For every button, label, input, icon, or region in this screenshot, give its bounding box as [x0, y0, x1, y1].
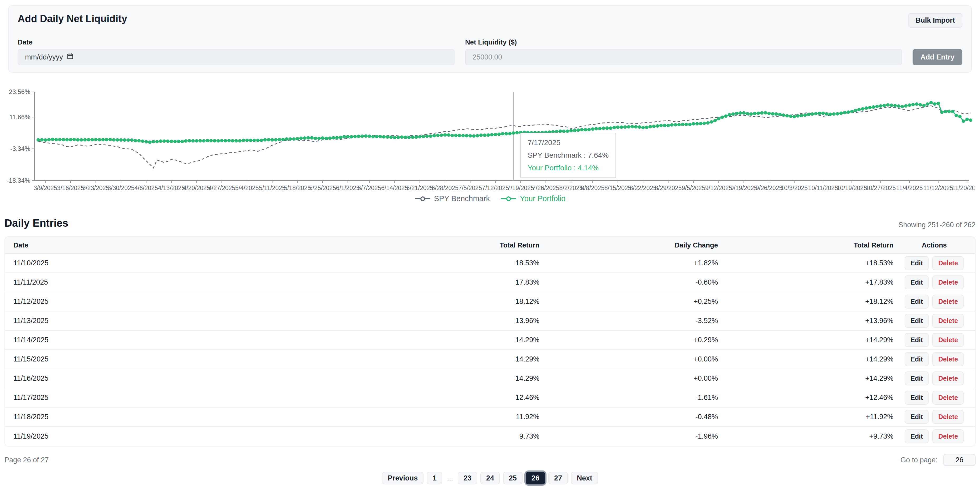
portfolio-point	[490, 133, 493, 137]
portfolio-point	[487, 133, 490, 137]
portfolio-point	[281, 138, 285, 141]
goto-page-label: Go to page:	[900, 456, 938, 464]
portfolio-point	[350, 135, 353, 138]
portfolio-point	[645, 125, 648, 129]
delete-button[interactable]: Delete	[932, 275, 964, 289]
edit-button[interactable]: Edit	[905, 295, 929, 308]
edit-button[interactable]: Edit	[905, 256, 929, 270]
date-input[interactable]: mm/dd/yyyy	[18, 49, 455, 65]
portfolio-point	[865, 106, 868, 110]
table-row: 11/14/202514.29%+0.29%+14.29%EditDelete	[5, 331, 975, 350]
delete-button[interactable]: Delete	[932, 391, 964, 405]
portfolio-point	[285, 137, 288, 141]
chart-canvas[interactable]: 23.56%11.66%-3.34%-18.34%3/9/20253/16/20…	[5, 86, 974, 192]
portfolio-point	[206, 139, 209, 142]
liquidity-input[interactable]	[465, 49, 902, 65]
edit-button[interactable]: Edit	[905, 391, 929, 405]
x-tick-label: 6/28/2025	[432, 184, 458, 191]
delete-button[interactable]: Delete	[932, 372, 964, 386]
portfolio-point	[231, 139, 234, 143]
previous-page-button[interactable]: Previous	[382, 472, 423, 484]
portfolio-point	[407, 136, 411, 139]
portfolio-point	[202, 139, 205, 143]
portfolio-point	[216, 139, 220, 143]
page-button-1[interactable]: 1	[427, 472, 442, 484]
portfolio-point	[137, 139, 141, 143]
x-tick-label: 3/9/2025	[34, 184, 57, 191]
cell-total-return-2: +12.46%	[718, 388, 894, 408]
cell-total-return: 11.92%	[349, 408, 539, 427]
portfolio-point	[422, 135, 425, 138]
delete-button[interactable]: Delete	[932, 352, 964, 366]
x-tick-label: 11/4/2025	[896, 184, 923, 191]
delete-button[interactable]: Delete	[932, 333, 964, 347]
cell-date: 11/11/2025	[5, 273, 349, 292]
portfolio-point	[148, 141, 151, 144]
delete-button[interactable]: Delete	[932, 256, 964, 270]
delete-button[interactable]: Delete	[932, 295, 964, 308]
page-button-25[interactable]: 25	[503, 472, 522, 484]
portfolio-point	[69, 138, 72, 141]
x-tick-label: 10/11/2025	[808, 184, 838, 191]
portfolio-point	[368, 135, 371, 138]
next-page-button[interactable]: Next	[571, 472, 598, 484]
portfolio-point	[371, 135, 375, 138]
portfolio-point	[955, 114, 958, 117]
portfolio-point	[598, 127, 601, 130]
x-tick-label: 9/26/2025	[756, 184, 783, 191]
edit-button[interactable]: Edit	[905, 275, 929, 289]
page-button-24[interactable]: 24	[480, 472, 500, 484]
chart-legend: SPY BenchmarkYour Portfolio	[0, 194, 980, 203]
portfolio-point	[605, 126, 609, 130]
portfolio-point	[461, 134, 465, 137]
portfolio-point	[159, 140, 162, 143]
cell-total-return-2: +14.29%	[718, 350, 894, 369]
portfolio-point	[433, 134, 436, 137]
portfolio-point	[400, 135, 404, 139]
portfolio-point	[566, 130, 569, 133]
portfolio-point	[465, 134, 468, 137]
portfolio-point	[900, 105, 904, 108]
portfolio-point	[612, 126, 616, 129]
edit-button[interactable]: Edit	[905, 314, 929, 328]
page-button-26[interactable]: 26	[526, 472, 545, 484]
table-row: 11/11/202517.83%-0.60%+17.83%EditDelete	[5, 273, 975, 292]
portfolio-point	[256, 139, 259, 142]
portfolio-point	[735, 112, 738, 115]
edit-button[interactable]: Edit	[905, 410, 929, 424]
page-button-27[interactable]: 27	[548, 472, 568, 484]
x-tick-label: 3/30/2025	[107, 184, 134, 191]
column-header-total-return: Total Return	[349, 237, 539, 254]
edit-button[interactable]: Edit	[905, 352, 929, 366]
delete-button[interactable]: Delete	[932, 410, 964, 424]
portfolio-point	[188, 139, 191, 143]
bulk-import-button[interactable]: Bulk Import	[908, 13, 963, 28]
portfolio-point	[792, 115, 796, 118]
legend-your-portfolio[interactable]: Your Portfolio	[500, 194, 565, 203]
portfolio-point	[155, 140, 159, 143]
portfolio-point	[616, 125, 619, 129]
legend-spy-benchmark[interactable]: SPY Benchmark	[415, 194, 490, 203]
edit-button[interactable]: Edit	[905, 372, 929, 386]
edit-button[interactable]: Edit	[905, 333, 929, 347]
cell-date: 11/12/2025	[5, 292, 349, 311]
portfolio-point	[663, 124, 666, 127]
delete-button[interactable]: Delete	[932, 429, 964, 443]
portfolio-point	[87, 138, 90, 141]
add-entry-button[interactable]: Add Entry	[913, 49, 963, 65]
portfolio-point	[570, 129, 573, 132]
portfolio-point	[224, 139, 227, 143]
portfolio-point	[706, 121, 710, 124]
page-button-23[interactable]: 23	[458, 472, 477, 484]
cell-daily-change: -1.96%	[539, 427, 718, 446]
edit-button[interactable]: Edit	[905, 429, 929, 443]
portfolio-point	[692, 122, 695, 125]
delete-button[interactable]: Delete	[932, 314, 964, 328]
goto-page-input[interactable]	[943, 454, 975, 466]
portfolio-point	[65, 138, 69, 141]
portfolio-point	[508, 132, 511, 135]
cell-total-return-2: +14.29%	[718, 369, 894, 388]
tooltip-spy-value: SPY Benchmark : 7.64%	[528, 151, 609, 160]
table-row: 11/16/202514.29%+0.00%+14.29%EditDelete	[5, 369, 975, 388]
x-tick-label: 6/1/2025	[336, 184, 360, 191]
